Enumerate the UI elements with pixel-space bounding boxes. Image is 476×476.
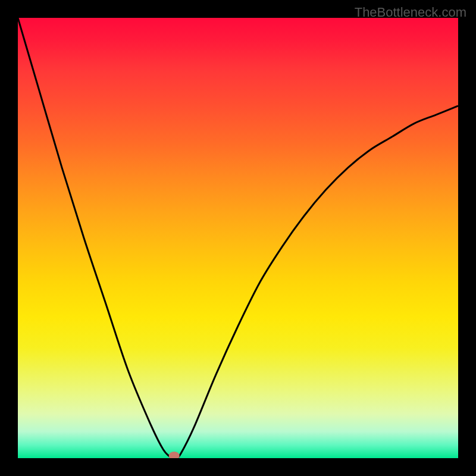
chart-plot-area — [18, 18, 458, 458]
bottleneck-curve — [18, 18, 458, 458]
curve-svg — [18, 18, 458, 458]
minimum-marker — [169, 452, 180, 458]
watermark-text: TheBottleneck.com — [355, 5, 466, 20]
